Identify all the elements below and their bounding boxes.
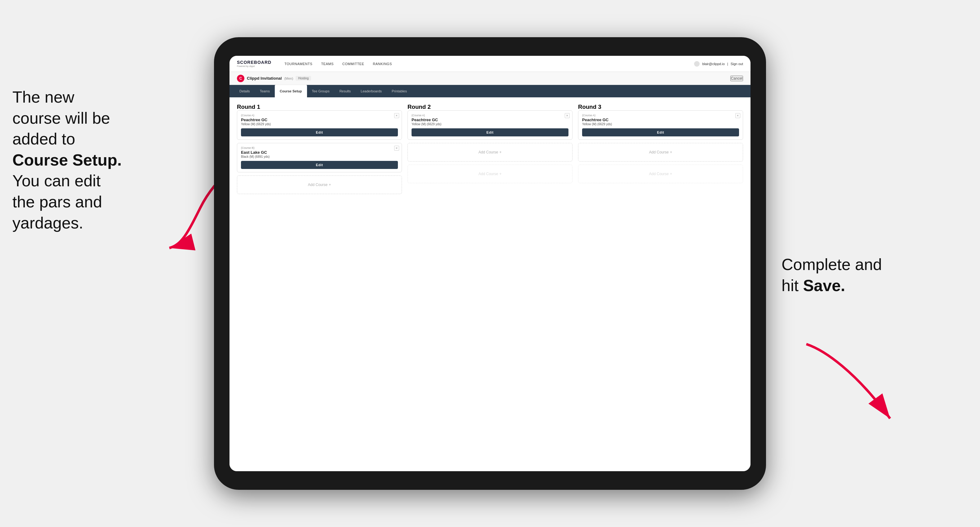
hosting-badge: Hosting — [296, 76, 311, 81]
nav-rankings[interactable]: RANKINGS — [368, 56, 396, 72]
round1-course-a-delete-btn[interactable]: ✕ — [394, 113, 399, 118]
clippd-logo: C — [237, 75, 244, 82]
user-avatar — [694, 61, 700, 67]
round1-course-a-edit-btn[interactable]: Edit — [241, 129, 398, 137]
round2-course-a-label: (Course A) — [412, 114, 568, 117]
user-email: blair@clippd.io — [702, 62, 724, 66]
tablet-screen: SCOREBOARD Powered by clippd TOURNAMENTS… — [229, 56, 751, 471]
round1-course-a-name: Peachtree GC — [241, 117, 398, 122]
round2-course-a-tee: Yellow (M) (6629 yds) — [412, 122, 568, 126]
tab-details[interactable]: Details — [234, 85, 255, 97]
logo-text: SCOREBOARD — [237, 60, 271, 65]
round1-course-a-tee: Yellow (M) (6629 yds) — [241, 122, 398, 126]
round1-course-b-edit-btn[interactable]: Edit — [241, 161, 398, 169]
round1-course-b-label: (Course B) — [241, 146, 398, 149]
tablet-device: SCOREBOARD Powered by clippd TOURNAMENTS… — [214, 37, 766, 490]
round2-course-a-delete-btn[interactable]: ✕ — [565, 113, 570, 118]
tab-course-setup[interactable]: Course Setup — [275, 85, 307, 97]
round1-add-course-btn[interactable]: Add Course+ — [237, 175, 402, 194]
round3-course-a-card: ✕ (Course A) Peachtree GC Yellow (M) (66… — [578, 110, 743, 140]
round3-course-a-tee: Yellow (M) (6629 yds) — [582, 122, 739, 126]
tab-tee-groups[interactable]: Tee Groups — [307, 85, 335, 97]
round1-course-b-tee: Black (M) (6891 yds) — [241, 155, 398, 159]
round1-course-a-card: ✕ (Course A) Peachtree GC Yellow (M) (66… — [237, 110, 402, 140]
round2-add-course-btn[interactable]: Add Course+ — [407, 143, 573, 162]
round3-course-a-label: (Course A) — [582, 114, 739, 117]
tournament-gender: (Men) — [285, 76, 293, 80]
nav-tournaments[interactable]: TOURNAMENTS — [280, 56, 317, 72]
round-1-column: Round 1 ✕ (Course A) Peachtree GC Yellow… — [237, 103, 402, 197]
round-2-column: Round 2 ✕ (Course A) Peachtree GC Yellow… — [407, 103, 573, 197]
round3-add-course-btn[interactable]: Add Course+ — [578, 143, 743, 162]
cancel-button[interactable]: Cancel — [730, 76, 743, 81]
round3-course-a-edit-btn[interactable]: Edit — [582, 129, 739, 137]
round-1-label: Round 1 — [237, 103, 402, 110]
logo-subtext: Powered by clippd — [237, 65, 271, 67]
round-2-label: Round 2 — [407, 103, 573, 110]
round2-course-a-card: ✕ (Course A) Peachtree GC Yellow (M) (66… — [407, 110, 573, 140]
rounds-grid: Round 1 ✕ (Course A) Peachtree GC Yellow… — [237, 103, 743, 197]
nav-separator: | — [727, 62, 728, 66]
round-3-label: Round 3 — [578, 103, 743, 110]
tab-leaderboards[interactable]: Leaderboards — [356, 85, 387, 97]
tournament-name: Clippd Invitational — [247, 76, 282, 81]
round1-course-b-name: East Lake GC — [241, 150, 398, 155]
sign-out-link[interactable]: Sign out — [731, 62, 743, 66]
round2-add-course-disabled: Add Course+ — [407, 165, 573, 183]
tab-bar: Details Teams Course Setup Tee Groups Re… — [229, 85, 751, 97]
round2-course-a-name: Peachtree GC — [412, 117, 568, 122]
arrow-right-icon — [800, 341, 899, 428]
tab-results[interactable]: Results — [334, 85, 356, 97]
top-nav-links: TOURNAMENTS TEAMS COMMITTEE RANKINGS — [280, 56, 694, 72]
round1-course-b-delete-btn[interactable]: ✕ — [394, 146, 399, 151]
tournament-info: C Clippd Invitational (Men) Hosting — [237, 75, 311, 82]
tab-teams[interactable]: Teams — [255, 85, 275, 97]
round3-add-course-disabled: Add Course+ — [578, 165, 743, 183]
round3-course-a-delete-btn[interactable]: ✕ — [735, 113, 740, 118]
nav-teams[interactable]: TEAMS — [317, 56, 338, 72]
round3-course-a-name: Peachtree GC — [582, 117, 739, 122]
top-nav-right: blair@clippd.io | Sign out — [694, 61, 743, 67]
top-navigation: SCOREBOARD Powered by clippd TOURNAMENTS… — [229, 56, 751, 72]
round1-course-a-label: (Course A) — [241, 114, 398, 117]
tournament-bar: C Clippd Invitational (Men) Hosting Canc… — [229, 72, 751, 85]
round2-course-a-edit-btn[interactable]: Edit — [412, 129, 568, 137]
annotation-right: Complete and hit Save. — [781, 254, 937, 296]
nav-committee[interactable]: COMMITTEE — [338, 56, 369, 72]
content-area: Round 1 ✕ (Course A) Peachtree GC Yellow… — [229, 97, 751, 471]
round-3-column: Round 3 ✕ (Course A) Peachtree GC Yellow… — [578, 103, 743, 197]
round1-course-b-card: ✕ (Course B) East Lake GC Black (M) (689… — [237, 143, 402, 172]
tab-printables[interactable]: Printables — [387, 85, 412, 97]
scoreboard-logo: SCOREBOARD Powered by clippd — [237, 60, 271, 67]
